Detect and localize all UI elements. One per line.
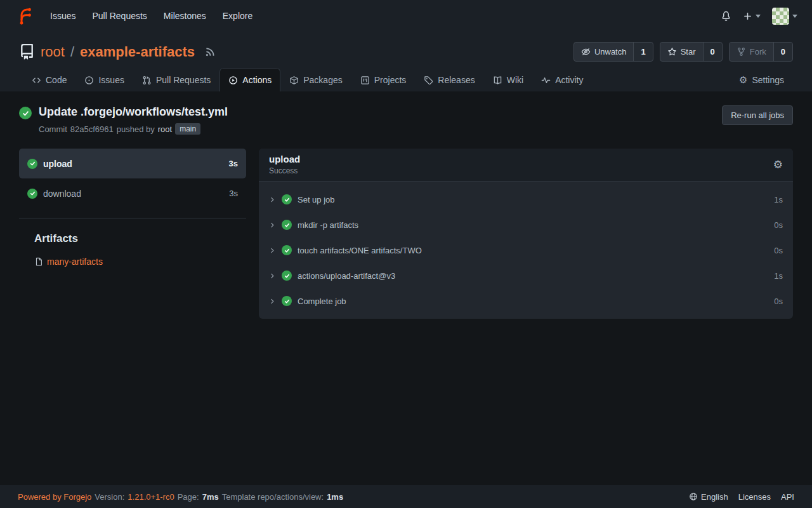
tab-label: Pull Requests xyxy=(156,75,211,85)
nav-issues[interactable]: Issues xyxy=(42,6,84,26)
tab-packages[interactable]: Packages xyxy=(280,68,351,91)
job-detail-panel: upload Success ⚙ Set up job 1s xyxy=(259,149,793,319)
page: Issues Pull Requests Milestones Explore xyxy=(0,0,812,508)
artifacts-title: Artifacts xyxy=(34,232,246,245)
tab-pull-requests[interactable]: Pull Requests xyxy=(133,68,219,91)
repo-name-link[interactable]: example-artifacts xyxy=(80,44,195,60)
tab-wiki[interactable]: Wiki xyxy=(484,68,532,91)
pusher-link[interactable]: root xyxy=(158,124,172,134)
rss-feed-button[interactable] xyxy=(204,46,216,58)
pulse-icon xyxy=(541,76,551,85)
tab-code[interactable]: Code xyxy=(23,68,75,91)
version-link[interactable]: 1.21.0+1-rc0 xyxy=(128,492,174,502)
chevron-right-icon xyxy=(269,247,276,254)
step-duration: 1s xyxy=(774,271,783,281)
top-navbar: Issues Pull Requests Milestones Explore xyxy=(0,0,812,32)
commit-sha[interactable]: 82a5cf6961 xyxy=(70,124,114,134)
repo-separator: / xyxy=(70,44,74,60)
chevron-right-icon xyxy=(269,196,276,203)
page-time-label: Page: xyxy=(178,492,199,502)
step-row[interactable]: actions/upload-artifact@v3 1s xyxy=(259,263,793,288)
tab-label: Projects xyxy=(374,75,407,85)
fork-button[interactable]: Fork 0 xyxy=(729,42,793,62)
notifications-button[interactable] xyxy=(715,7,737,25)
watch-count[interactable]: 1 xyxy=(633,43,652,61)
tab-label: Actions xyxy=(242,75,272,85)
tab-actions[interactable]: Actions xyxy=(219,68,280,91)
nav-pull-requests[interactable]: Pull Requests xyxy=(84,6,155,26)
success-check-icon xyxy=(19,107,32,119)
forgejo-logo-icon xyxy=(15,6,34,25)
rerun-all-jobs-button[interactable]: Re-run all jobs xyxy=(722,105,793,125)
issue-icon xyxy=(84,76,94,85)
job-steps-list: Set up job 1s mkdir -p artifacts 0s xyxy=(259,182,793,319)
step-duration: 0s xyxy=(774,297,783,306)
step-row[interactable]: touch artifacts/ONE artifacts/TWO 0s xyxy=(259,237,793,263)
job-row-upload[interactable]: upload 3s xyxy=(19,149,246,178)
api-link[interactable]: API xyxy=(781,492,794,502)
tab-activity[interactable]: Activity xyxy=(532,68,592,91)
eye-off-icon xyxy=(581,47,591,57)
job-options-gear-icon[interactable]: ⚙ xyxy=(773,159,783,170)
nav-explore[interactable]: Explore xyxy=(214,6,261,26)
chevron-down-icon xyxy=(756,15,761,18)
job-detail-name: upload xyxy=(269,154,300,164)
repo-owner-link[interactable]: root xyxy=(41,44,65,60)
artifacts-section: Artifacts many-artifacts xyxy=(19,232,246,268)
tab-label: Activity xyxy=(555,75,583,85)
tab-label: Issues xyxy=(98,75,124,85)
step-duration: 0s xyxy=(774,220,783,230)
job-duration: 3s xyxy=(229,189,238,198)
branch-badge[interactable]: main xyxy=(175,123,200,135)
job-detail-status: Success xyxy=(269,166,300,175)
artifact-name: many-artifacts xyxy=(47,257,103,267)
unwatch-button[interactable]: Unwatch 1 xyxy=(573,42,653,62)
gear-icon: ⚙ xyxy=(739,76,747,85)
tag-icon xyxy=(424,76,433,85)
tab-issues[interactable]: Issues xyxy=(75,68,133,91)
run-header: Update .forgejo/workflows/test.yml Commi… xyxy=(19,105,793,135)
run-columns: upload 3s download 3s Artifacts xyxy=(19,149,793,319)
page-time-value: 7ms xyxy=(202,492,219,502)
nav-milestones[interactable]: Milestones xyxy=(155,6,214,26)
star-button[interactable]: Star 0 xyxy=(660,42,723,62)
forgejo-logo[interactable] xyxy=(14,5,36,27)
success-check-icon xyxy=(27,189,37,199)
create-new-dropdown[interactable] xyxy=(737,8,766,25)
step-row[interactable]: Set up job 1s xyxy=(259,187,793,212)
licenses-link[interactable]: Licenses xyxy=(738,492,771,502)
footer-links: English Licenses API xyxy=(689,492,794,502)
artifact-link[interactable]: many-artifacts xyxy=(34,257,103,267)
step-duration: 1s xyxy=(774,195,783,204)
run-title-block: Update .forgejo/workflows/test.yml Commi… xyxy=(19,105,228,135)
fork-count[interactable]: 0 xyxy=(773,43,792,61)
jobs-sidebar: upload 3s download 3s Artifacts xyxy=(19,149,246,268)
play-circle-icon xyxy=(228,76,238,85)
job-row-download[interactable]: download 3s xyxy=(19,178,246,208)
star-count[interactable]: 0 xyxy=(703,43,722,61)
divider xyxy=(19,218,246,218)
fork-label: Fork xyxy=(750,47,766,57)
language-label: English xyxy=(701,492,728,502)
template-time-value: 1ms xyxy=(327,492,343,502)
tab-label: Code xyxy=(46,75,67,85)
tab-projects[interactable]: Projects xyxy=(351,68,416,91)
document-icon xyxy=(34,257,43,266)
rss-icon xyxy=(204,46,216,58)
powered-by-link[interactable]: Powered by Forgejo xyxy=(18,492,91,502)
step-name: actions/upload-artifact@v3 xyxy=(298,271,395,281)
language-selector[interactable]: English xyxy=(689,492,728,502)
user-menu-dropdown[interactable] xyxy=(766,4,803,29)
repo-header: root / example-artifacts xyxy=(0,32,812,91)
step-row[interactable]: Complete job 0s xyxy=(259,288,793,314)
tab-releases[interactable]: Releases xyxy=(415,68,483,91)
step-name: mkdir -p artifacts xyxy=(298,220,358,230)
step-duration: 0s xyxy=(774,246,783,255)
tab-label: Settings xyxy=(752,75,784,85)
job-name: upload xyxy=(43,159,72,169)
job-detail-header: upload Success ⚙ xyxy=(259,149,793,182)
tab-settings[interactable]: ⚙ Settings xyxy=(730,68,793,91)
plus-icon xyxy=(743,11,752,21)
step-row[interactable]: mkdir -p artifacts 0s xyxy=(259,212,793,237)
book-icon xyxy=(493,76,502,85)
